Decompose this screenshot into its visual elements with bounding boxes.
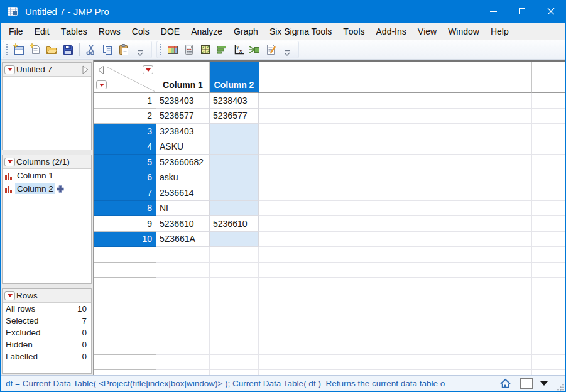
empty-column-header <box>259 62 327 93</box>
menu-item-doe[interactable]: DOE <box>155 23 185 40</box>
cell-column-2[interactable] <box>210 170 259 186</box>
dropdown-triangle-icon[interactable] <box>540 381 548 386</box>
toolbar-button-open[interactable] <box>43 41 60 58</box>
table-menu-button[interactable] <box>4 65 15 74</box>
cell-column-1[interactable]: 5236577 <box>156 109 210 124</box>
row-number-cell <box>94 355 156 371</box>
cell-column-2[interactable] <box>210 155 259 170</box>
cell-column-2[interactable]: 5236577 <box>210 109 259 124</box>
empty-cell <box>532 370 565 375</box>
cell-column-1[interactable]: asku <box>156 170 210 186</box>
window-layout-button[interactable] <box>520 378 533 389</box>
menu-item-rows[interactable]: Rows <box>93 23 126 40</box>
table-row-1: 152384035238403 <box>94 93 565 109</box>
toolbar-button-cut[interactable] <box>83 41 99 58</box>
empty-cell <box>210 324 259 340</box>
menu-item-file[interactable]: File <box>3 23 29 40</box>
maximize-button[interactable] <box>508 0 536 23</box>
toolbar-button-calculator[interactable] <box>181 41 197 58</box>
cell-column-1[interactable]: ASKU <box>156 139 210 155</box>
menu-item-analyze[interactable]: Analyze <box>185 23 228 40</box>
row-number-cell[interactable]: 9 <box>94 216 156 232</box>
expand-panel-arrow[interactable] <box>81 65 89 75</box>
row-number-cell[interactable]: 4 <box>94 139 156 155</box>
toolbar-button-merge[interactable] <box>246 41 263 58</box>
panel-splitter[interactable] <box>2 284 92 288</box>
open-icon <box>45 43 58 57</box>
menu-item-window[interactable]: Window <box>442 23 485 40</box>
columns-menu-button[interactable] <box>143 65 153 74</box>
toolbar-button-data-table[interactable] <box>165 41 181 58</box>
rows-menu-button[interactable] <box>96 80 107 89</box>
cell-column-2[interactable]: 5236610 <box>210 216 259 232</box>
column-item-column-1[interactable]: Column 1 <box>3 169 91 182</box>
empty-cell <box>259 139 327 155</box>
empty-cell <box>532 263 565 278</box>
close-button[interactable] <box>536 0 565 23</box>
columns-menu-button[interactable] <box>4 158 15 166</box>
toolbar-button-fit-y-by-x[interactable] <box>197 41 214 58</box>
rows-menu-button[interactable] <box>4 291 15 300</box>
table-row-2: 252365775236577 <box>94 109 565 124</box>
toolbar-button-paste[interactable] <box>116 41 132 58</box>
cell-column-2[interactable] <box>210 185 259 201</box>
menu-item-tools[interactable]: Tools <box>337 23 370 40</box>
toolbar-button-overflow-chevron[interactable] <box>132 42 148 57</box>
empty-table-row <box>94 278 565 293</box>
rows-panel-header: Rows <box>3 289 91 303</box>
cell-column-1[interactable]: 5236610 <box>156 216 210 232</box>
row-number-cell[interactable]: 10 <box>94 232 156 248</box>
cell-column-1[interactable]: NI <box>156 201 210 217</box>
column-item-column-2[interactable]: Column 2 <box>3 182 91 195</box>
toolbar-button-graph-builder[interactable] <box>214 41 230 58</box>
row-number-cell[interactable]: 2 <box>94 109 156 124</box>
row-number-cell[interactable]: 5 <box>94 155 156 170</box>
save-icon <box>61 43 75 57</box>
menu-item-tables[interactable]: Tables <box>55 23 93 40</box>
cell-column-1[interactable]: 3238403 <box>156 124 210 139</box>
menu-item-help[interactable]: Help <box>485 23 514 40</box>
cell-column-1[interactable]: 2536614 <box>156 185 210 201</box>
row-number-cell[interactable]: 8 <box>94 201 156 217</box>
toolbar-button-new-data-table[interactable] <box>11 41 27 58</box>
collapse-panel-arrow[interactable] <box>96 65 105 75</box>
row-number-cell[interactable]: 1 <box>94 93 156 109</box>
toolbar-button-script-editor[interactable] <box>263 41 279 58</box>
toolbar-grip[interactable] <box>160 44 161 55</box>
cell-column-2[interactable] <box>210 139 259 155</box>
cell-column-2[interactable]: 5238403 <box>210 93 259 109</box>
column-header-column-2[interactable]: Column 2 <box>210 62 259 93</box>
toolbar-button-copy[interactable] <box>99 41 116 58</box>
cell-column-2[interactable] <box>210 232 259 248</box>
toolbar-button-axis-yx[interactable]: yx <box>230 41 246 58</box>
empty-cell <box>532 109 565 124</box>
row-number-cell[interactable]: 7 <box>94 185 156 201</box>
column-header-column-1[interactable]: Column 1 <box>156 62 210 93</box>
stat-label: All rows <box>6 304 77 313</box>
home-icon[interactable] <box>499 378 511 389</box>
toolbar-button-new-script[interactable] <box>27 41 43 58</box>
menu-label: ols <box>354 26 365 36</box>
cell-column-1[interactable]: 5238403 <box>156 93 210 109</box>
cell-column-2[interactable] <box>210 124 259 139</box>
menu-item-graph[interactable]: Graph <box>228 23 264 40</box>
menu-item-edit[interactable]: Edit <box>29 23 55 40</box>
menu-label: T <box>343 26 349 36</box>
cell-column-1[interactable]: 5Z3661A <box>156 232 210 248</box>
empty-cell <box>156 263 210 278</box>
row-number-cell[interactable]: 3 <box>94 124 156 139</box>
script-editor-icon <box>264 43 278 57</box>
menu-item-view[interactable]: View <box>412 23 442 40</box>
menu-item-add-ins[interactable]: Add-Ins <box>371 23 412 40</box>
menu-item-cols[interactable]: Cols <box>126 23 155 40</box>
toolbar-grip[interactable] <box>6 44 8 55</box>
panel-splitter[interactable] <box>2 150 92 155</box>
cell-column-2[interactable] <box>210 201 259 217</box>
row-number-cell[interactable]: 6 <box>94 170 156 186</box>
toolbar-button-save[interactable] <box>60 41 76 58</box>
cell-column-1[interactable]: 523660682 <box>156 155 210 170</box>
resize-grip-icon[interactable] <box>557 383 565 391</box>
menu-item-six-sigma-tools[interactable]: Six Sigma Tools <box>264 23 337 40</box>
minimize-button[interactable] <box>479 0 508 23</box>
toolbar-button-overflow-chevron[interactable] <box>279 42 295 57</box>
